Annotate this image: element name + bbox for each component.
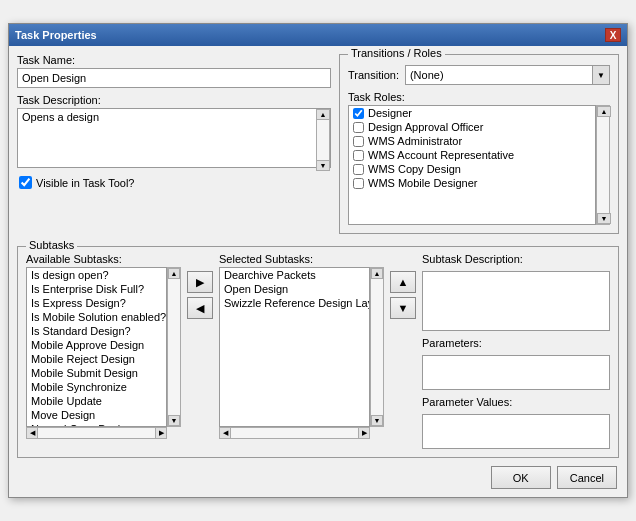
parameters-label: Parameters: (422, 337, 610, 349)
role-designer-checkbox[interactable] (353, 108, 364, 119)
roles-scroll-up[interactable]: ▲ (597, 106, 611, 117)
available-item-7[interactable]: Mobile Submit Design (27, 366, 166, 380)
textarea-scroll-up[interactable]: ▲ (316, 109, 330, 120)
selected-subtasks-col: Selected Subtasks: Dearchive Packets Ope… (219, 253, 384, 439)
close-button[interactable]: X (605, 28, 621, 42)
add-remove-col: ▶ ◀ (187, 253, 213, 319)
role-item-wms-admin: WMS Administrator (349, 134, 595, 148)
available-item-4[interactable]: Is Standard Design? (27, 324, 166, 338)
bottom-buttons: OK Cancel (17, 466, 619, 489)
selected-v-scrollbar[interactable]: ▲ ▼ (370, 267, 384, 427)
role-item-wms-copy: WMS Copy Design (349, 162, 595, 176)
transitions-group-title: Transitions / Roles (348, 47, 445, 59)
selected-subtasks-label: Selected Subtasks: (219, 253, 384, 265)
sel-scroll-up[interactable]: ▲ (371, 268, 383, 279)
task-roles-label: Task Roles: (348, 91, 610, 103)
role-item-design-approval: Design Approval Officer (349, 120, 595, 134)
available-item-6[interactable]: Mobile Reject Design (27, 352, 166, 366)
available-subtasks-col: Available Subtasks: Is design open? Is E… (26, 253, 181, 439)
available-subtasks-list[interactable]: Is design open? Is Enterprise Disk Full?… (26, 267, 167, 427)
move-up-button[interactable]: ▲ (390, 271, 416, 293)
parameters-box (422, 355, 610, 390)
add-subtask-button[interactable]: ▶ (187, 271, 213, 293)
selected-h-scrollbar[interactable]: ◀ ▶ (219, 427, 370, 439)
sel-scroll-down[interactable]: ▼ (371, 415, 383, 426)
role-wms-copy-checkbox[interactable] (353, 164, 364, 175)
subtask-description-box (422, 271, 610, 331)
available-item-10[interactable]: Move Design (27, 408, 166, 422)
subtasks-group-title: Subtasks (26, 239, 77, 251)
available-item-5[interactable]: Mobile Approve Design (27, 338, 166, 352)
textarea-scroll-down[interactable]: ▼ (316, 160, 330, 171)
available-item-9[interactable]: Mobile Update (27, 394, 166, 408)
parameter-values-box (422, 414, 610, 449)
visible-in-task-tool-row: Visible in Task Tool? (17, 176, 331, 189)
available-item-3[interactable]: Is Mobile Solution enabled? (27, 310, 166, 324)
avail-scroll-left[interactable]: ◀ (26, 427, 38, 439)
transitions-group: Transitions / Roles Transition: (None) ▼… (339, 54, 619, 234)
visible-in-task-tool-checkbox[interactable] (19, 176, 32, 189)
transition-select[interactable]: (None) (405, 65, 610, 85)
role-wms-admin-checkbox[interactable] (353, 136, 364, 147)
window-title: Task Properties (15, 29, 97, 41)
available-item-0[interactable]: Is design open? (27, 268, 166, 282)
role-item-designer: Designer (349, 106, 595, 120)
role-design-approval-checkbox[interactable] (353, 122, 364, 133)
selected-subtasks-list[interactable]: Dearchive Packets Open Design Swizzle Re… (219, 267, 370, 427)
move-down-button[interactable]: ▼ (390, 297, 416, 319)
remove-subtask-button[interactable]: ◀ (187, 297, 213, 319)
task-properties-window: Task Properties X Task Name: Task Descri… (8, 23, 628, 498)
role-item-wms-account: WMS Account Representative (349, 148, 595, 162)
avail-scroll-right[interactable]: ▶ (155, 427, 167, 439)
task-name-input[interactable] (17, 68, 331, 88)
task-roles-scroll-wrapper: Designer Design Approval Officer WMS Adm… (348, 105, 610, 225)
subtask-description-label: Subtask Description: (422, 253, 610, 265)
available-item-1[interactable]: Is Enterprise Disk Full? (27, 282, 166, 296)
cancel-button[interactable]: Cancel (557, 466, 617, 489)
task-description-label: Task Description: (17, 94, 331, 106)
description-params-col: Subtask Description: Parameters: Paramet… (422, 253, 610, 449)
avail-scroll-up[interactable]: ▲ (168, 268, 180, 279)
subtasks-group: Subtasks Available Subtasks: Is design o… (17, 246, 619, 458)
available-item-8[interactable]: Mobile Synchronize (27, 380, 166, 394)
sel-scroll-right[interactable]: ▶ (358, 427, 370, 439)
task-description-textarea[interactable] (17, 108, 331, 168)
available-item-2[interactable]: Is Express Design? (27, 296, 166, 310)
role-item-wms-mobile: WMS Mobile Designer (349, 176, 595, 190)
visible-in-task-tool-label: Visible in Task Tool? (36, 177, 134, 189)
transition-label: Transition: (348, 69, 399, 81)
roles-scrollbar[interactable]: ▲ ▼ (596, 105, 610, 225)
roles-scroll-down[interactable]: ▼ (597, 213, 611, 224)
role-wms-account-checkbox[interactable] (353, 150, 364, 161)
available-h-scrollbar[interactable]: ◀ ▶ (26, 427, 167, 439)
title-bar: Task Properties X (9, 24, 627, 46)
role-wms-mobile-checkbox[interactable] (353, 178, 364, 189)
task-name-label: Task Name: (17, 54, 331, 66)
selected-item-2[interactable]: Swizzle Reference Design Laye (220, 296, 369, 310)
selected-item-0[interactable]: Dearchive Packets (220, 268, 369, 282)
up-down-col: ▲ ▼ (390, 253, 416, 319)
task-roles-list: Designer Design Approval Officer WMS Adm… (348, 105, 596, 225)
parameter-values-label: Parameter Values: (422, 396, 610, 408)
selected-item-1[interactable]: Open Design (220, 282, 369, 296)
sel-scroll-left[interactable]: ◀ (219, 427, 231, 439)
available-v-scrollbar[interactable]: ▲ ▼ (167, 267, 181, 427)
available-subtasks-label: Available Subtasks: (26, 253, 181, 265)
avail-scroll-down[interactable]: ▼ (168, 415, 180, 426)
ok-button[interactable]: OK (491, 466, 551, 489)
